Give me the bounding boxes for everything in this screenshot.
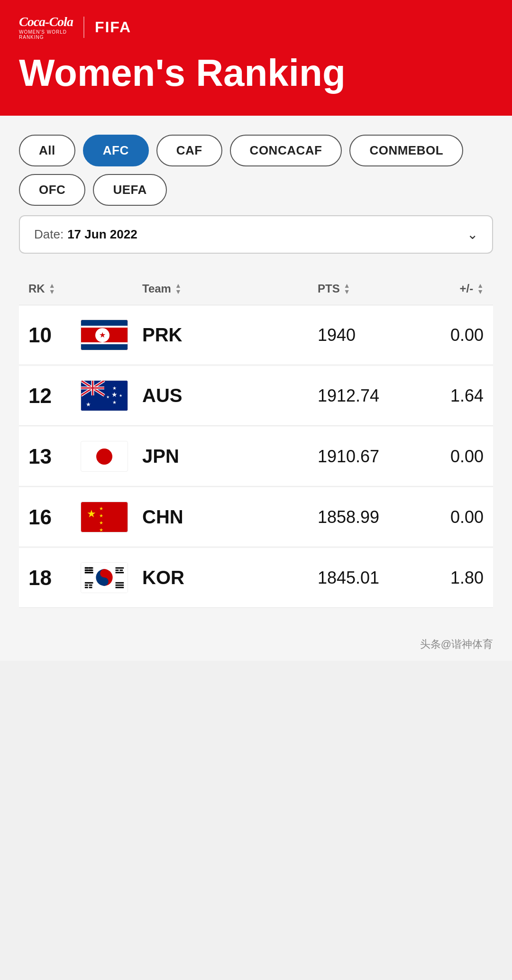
svg-rect-32 [85, 582, 93, 584]
date-label: Date: [34, 227, 64, 242]
svg-rect-22 [85, 569, 88, 571]
flag-jpn [81, 441, 128, 472]
filter-uefa[interactable]: UEFA [93, 174, 166, 206]
table-row: 16 ★ ★ ★ ★ ★ CHN 1858.99 [19, 487, 493, 547]
filter-row: All AFC CAF CONCACAF CONMEBOL OFC UEFA [19, 135, 493, 206]
page-title: Women's Ranking [19, 54, 493, 92]
ranking-table: RK ▲ ▼ Team ▲ ▼ P [19, 277, 493, 608]
header-rk: RK ▲ ▼ [28, 282, 81, 295]
filter-ofc[interactable]: OFC [19, 174, 85, 206]
filter-afc[interactable]: AFC [83, 135, 149, 166]
svg-point-27 [100, 577, 109, 586]
svg-rect-20 [85, 567, 88, 568]
svg-rect-23 [89, 569, 92, 571]
sort-pts-icon[interactable]: ▲ ▼ [344, 283, 350, 294]
svg-rect-31 [116, 572, 124, 573]
flag-cell-kor [81, 562, 142, 593]
svg-text:★: ★ [106, 395, 110, 399]
date-value: 17 Jun 2022 [67, 227, 137, 242]
rank-cell-aus: 12 [28, 384, 81, 408]
sort-diff-icon[interactable]: ▲ ▼ [477, 283, 484, 294]
svg-rect-21 [89, 567, 92, 568]
svg-rect-38 [116, 585, 124, 586]
flag-kor [81, 562, 128, 593]
svg-rect-29 [116, 569, 119, 571]
diff-cell-prk: 0.00 [412, 325, 484, 345]
table-header: RK ▲ ▼ Team ▲ ▼ P [19, 277, 493, 305]
table-row: 18 [19, 548, 493, 608]
filter-conmebol[interactable]: CONMEBOL [349, 135, 463, 166]
flag-prk: ★ [81, 320, 128, 350]
flag-aus: ★ ★ ★ ★ ★ ★ [81, 380, 128, 411]
content-area: All AFC CAF CONCACAF CONMEBOL OFC UEFA D… [0, 116, 512, 628]
diff-cell-chn: 0.00 [412, 507, 484, 527]
flag-chn: ★ ★ ★ ★ ★ [81, 502, 128, 532]
women-world-ranking-text: WOMEN'S WORLDRANKING [19, 29, 67, 40]
table-row: 10 ★ PRK 1940 0.00 [19, 305, 493, 365]
team-cell-jpn: JPN [142, 446, 318, 467]
flag-cell-jpn [81, 441, 142, 472]
svg-rect-24 [85, 572, 93, 573]
watermark: 头条@谐神体育 [0, 628, 512, 661]
svg-rect-37 [116, 582, 124, 584]
rank-cell-prk: 10 [28, 323, 81, 347]
header-diff: +/- ▲ ▼ [412, 282, 484, 295]
team-cell-kor: KOR [142, 567, 318, 588]
pts-cell-chn: 1858.99 [318, 507, 412, 527]
coca-cola-logo: Coca-Cola WOMEN'S WORLDRANKING [19, 14, 73, 40]
flag-cell-chn: ★ ★ ★ ★ ★ [81, 502, 142, 532]
filter-all[interactable]: All [19, 135, 75, 166]
svg-rect-9 [92, 381, 93, 395]
filter-concacaf[interactable]: CONCACAF [230, 135, 342, 166]
svg-rect-33 [85, 585, 88, 586]
svg-text:★: ★ [112, 400, 117, 405]
header-team: Team ▲ ▼ [142, 282, 318, 295]
logo-row: Coca-Cola WOMEN'S WORLDRANKING FIFA [19, 14, 493, 40]
svg-rect-39 [116, 587, 124, 588]
flag-cell-prk: ★ [81, 320, 142, 350]
diff-cell-aus: 1.64 [412, 386, 484, 406]
team-cell-aus: AUS [142, 385, 318, 406]
pts-cell-aus: 1912.74 [318, 386, 412, 406]
svg-rect-36 [89, 587, 92, 588]
chevron-down-icon: ⌄ [467, 227, 478, 242]
svg-point-26 [100, 569, 109, 577]
pts-cell-jpn: 1910.67 [318, 447, 412, 467]
rank-cell-kor: 18 [28, 566, 81, 590]
sort-team-icon[interactable]: ▲ ▼ [175, 283, 182, 294]
date-left: Date: 17 Jun 2022 [34, 227, 137, 242]
table-row: 13 JPN 1910.67 0.00 [19, 427, 493, 486]
svg-text:★: ★ [112, 385, 117, 391]
diff-cell-kor: 1.80 [412, 568, 484, 588]
rank-cell-jpn: 13 [28, 445, 81, 468]
date-selector[interactable]: Date: 17 Jun 2022 ⌄ [19, 215, 493, 254]
header-pts: PTS ▲ ▼ [318, 282, 412, 295]
team-cell-chn: CHN [142, 506, 318, 528]
svg-text:★: ★ [86, 401, 91, 407]
logo-divider [83, 17, 84, 38]
filter-caf[interactable]: CAF [156, 135, 222, 166]
svg-text:★: ★ [111, 391, 118, 398]
rank-cell-chn: 16 [28, 505, 81, 529]
svg-rect-34 [89, 585, 92, 586]
team-cell-prk: PRK [142, 324, 318, 346]
pts-cell-kor: 1845.01 [318, 568, 412, 588]
svg-rect-30 [119, 569, 123, 571]
svg-rect-35 [85, 587, 88, 588]
coca-cola-text: Coca-Cola [19, 14, 73, 29]
svg-text:★: ★ [119, 394, 122, 398]
sort-rk-icon[interactable]: ▲ ▼ [49, 283, 55, 294]
svg-rect-28 [116, 567, 124, 568]
flag-cell-aus: ★ ★ ★ ★ ★ ★ [81, 380, 142, 411]
table-row: 12 [19, 366, 493, 426]
pts-cell-prk: 1940 [318, 325, 412, 345]
fifa-logo-text: FIFA [95, 18, 131, 36]
header: Coca-Cola WOMEN'S WORLDRANKING FIFA Wome… [0, 0, 512, 116]
diff-cell-jpn: 0.00 [412, 447, 484, 467]
